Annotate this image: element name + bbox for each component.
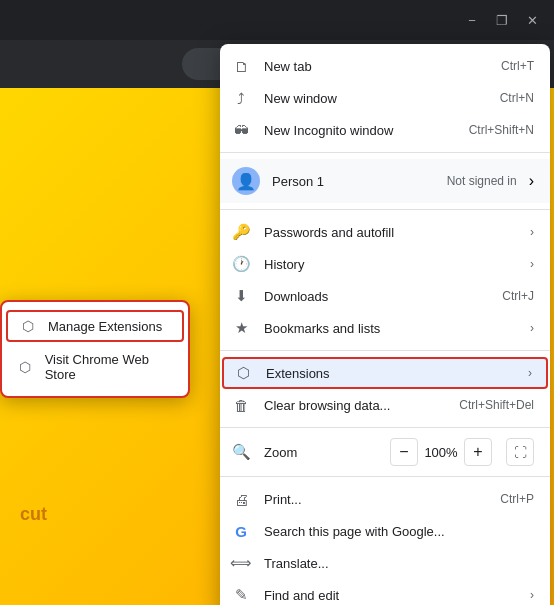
passwords-chevron: › xyxy=(530,225,534,239)
separator-4 xyxy=(220,427,550,428)
zoom-controls: − 100% + xyxy=(390,438,492,466)
zoom-in-button[interactable]: + xyxy=(464,438,492,466)
person-status: Not signed in xyxy=(447,174,517,188)
new-incognito-shortcut: Ctrl+Shift+N xyxy=(469,123,534,137)
passwords-item[interactable]: 🔑 Passwords and autofill › xyxy=(220,216,550,248)
search-google-icon: G xyxy=(232,522,250,540)
person-name: Person 1 xyxy=(272,174,435,189)
passwords-icon: 🔑 xyxy=(232,223,250,241)
visit-webstore-icon: ⬡ xyxy=(18,359,33,375)
find-edit-item[interactable]: ✎ Find and edit › xyxy=(220,579,550,605)
bookmarks-icon: ★ xyxy=(232,319,250,337)
visit-webstore-item[interactable]: ⬡ Visit Chrome Web Store xyxy=(2,344,188,390)
translate-label: Translate... xyxy=(264,556,534,571)
separator-5 xyxy=(220,476,550,477)
new-tab-icon: 🗋 xyxy=(232,57,250,75)
extensions-chevron: › xyxy=(528,366,532,380)
extensions-menu-icon: ⬡ xyxy=(234,364,252,382)
new-window-shortcut: Ctrl+N xyxy=(500,91,534,105)
person-item[interactable]: 👤 Person 1 Not signed in › xyxy=(220,159,550,203)
browser-window: − ❐ ✕ ☆ ⬡ ⧉ 👤 ⋮ cut ⬡ Manage Extensions … xyxy=(0,0,554,605)
passwords-label: Passwords and autofill xyxy=(264,225,516,240)
new-window-icon: ⤴ xyxy=(232,89,250,107)
clear-data-label: Clear browsing data... xyxy=(264,398,445,413)
new-incognito-icon: 🕶 xyxy=(232,121,250,139)
history-label: History xyxy=(264,257,516,272)
visit-webstore-label: Visit Chrome Web Store xyxy=(45,352,172,382)
print-icon: 🖨 xyxy=(232,490,250,508)
downloads-shortcut: Ctrl+J xyxy=(502,289,534,303)
clear-data-icon: 🗑 xyxy=(232,396,250,414)
bookmarks-item[interactable]: ★ Bookmarks and lists › xyxy=(220,312,550,344)
separator-1 xyxy=(220,152,550,153)
separator-2 xyxy=(220,209,550,210)
title-bar: − ❐ ✕ xyxy=(0,0,554,40)
print-item[interactable]: 🖨 Print... Ctrl+P xyxy=(220,483,550,515)
downloads-label: Downloads xyxy=(264,289,488,304)
person-avatar: 👤 xyxy=(232,167,260,195)
search-google-label: Search this page with Google... xyxy=(264,524,534,539)
page-cut-text: cut xyxy=(20,504,47,525)
zoom-row: 🔍 Zoom − 100% + ⛶ xyxy=(220,434,550,470)
new-tab-label: New tab xyxy=(264,59,487,74)
bookmarks-label: Bookmarks and lists xyxy=(264,321,516,336)
fullscreen-button[interactable]: ⛶ xyxy=(506,438,534,466)
bookmarks-chevron: › xyxy=(530,321,534,335)
manage-extensions-label: Manage Extensions xyxy=(48,319,162,334)
translate-item[interactable]: ⟺ Translate... xyxy=(220,547,550,579)
new-window-item[interactable]: ⤴ New window Ctrl+N xyxy=(220,82,550,114)
manage-extensions-icon: ⬡ xyxy=(20,318,36,334)
clear-data-item[interactable]: 🗑 Clear browsing data... Ctrl+Shift+Del xyxy=(220,389,550,421)
minimize-button[interactable]: − xyxy=(458,6,486,34)
manage-extensions-item[interactable]: ⬡ Manage Extensions xyxy=(6,310,184,342)
extensions-label: Extensions xyxy=(266,366,514,381)
zoom-value: 100% xyxy=(422,445,460,460)
print-shortcut: Ctrl+P xyxy=(500,492,534,506)
search-google-item[interactable]: G Search this page with Google... xyxy=(220,515,550,547)
history-icon: 🕐 xyxy=(232,255,250,273)
zoom-out-button[interactable]: − xyxy=(390,438,418,466)
extensions-submenu: ⬡ Manage Extensions ⬡ Visit Chrome Web S… xyxy=(0,300,190,398)
new-incognito-label: New Incognito window xyxy=(264,123,455,138)
person-chevron: › xyxy=(529,172,534,190)
history-chevron: › xyxy=(530,257,534,271)
translate-icon: ⟺ xyxy=(232,554,250,572)
new-tab-item[interactable]: 🗋 New tab Ctrl+T xyxy=(220,50,550,82)
zoom-icon: 🔍 xyxy=(232,443,250,461)
maximize-button[interactable]: ❐ xyxy=(488,6,516,34)
new-window-label: New window xyxy=(264,91,486,106)
downloads-item[interactable]: ⬇ Downloads Ctrl+J xyxy=(220,280,550,312)
extensions-item[interactable]: ⬡ Extensions › xyxy=(222,357,548,389)
close-button[interactable]: ✕ xyxy=(518,6,546,34)
find-edit-chevron: › xyxy=(530,588,534,602)
clear-data-shortcut: Ctrl+Shift+Del xyxy=(459,398,534,412)
separator-3 xyxy=(220,350,550,351)
history-item[interactable]: 🕐 History › xyxy=(220,248,550,280)
new-incognito-item[interactable]: 🕶 New Incognito window Ctrl+Shift+N xyxy=(220,114,550,146)
find-edit-icon: ✎ xyxy=(232,586,250,604)
find-edit-label: Find and edit xyxy=(264,588,516,603)
zoom-label: Zoom xyxy=(264,445,376,460)
print-label: Print... xyxy=(264,492,486,507)
chrome-menu: 🗋 New tab Ctrl+T ⤴ New window Ctrl+N 🕶 N… xyxy=(220,44,550,605)
downloads-icon: ⬇ xyxy=(232,287,250,305)
new-tab-shortcut: Ctrl+T xyxy=(501,59,534,73)
